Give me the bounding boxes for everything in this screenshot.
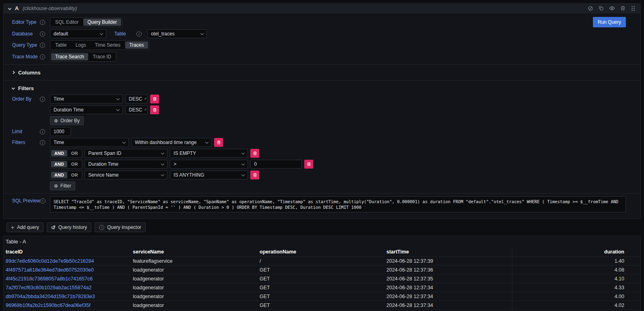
delete-query-trash-icon[interactable] [620, 6, 625, 11]
toggle-visibility-eye-icon[interactable] [609, 5, 615, 11]
column-header-servicename[interactable]: serviceName [131, 247, 258, 256]
column-header-operationname[interactable]: operationName [258, 247, 384, 256]
column-header-starttime[interactable]: startTime [384, 247, 512, 256]
editor-type-option-query-builder[interactable]: Query Builder [83, 19, 121, 26]
query-type-option-table[interactable]: Table [51, 41, 71, 49]
query-type-label: Query Type [12, 42, 37, 48]
and-or-toggle: AND OR [50, 160, 82, 169]
trace-mode-option-trace-search[interactable]: Trace Search [51, 53, 88, 60]
query-type-option-traces[interactable]: Traces [125, 41, 148, 49]
table-row: 4f497571a618e364ed7ded60752030e0 loadgen… [4, 266, 640, 274]
service-name-cell: loadgenerator [131, 266, 258, 274]
trace-id-link[interactable]: 4f497571a618e364ed7ded60752030e0 [4, 266, 131, 274]
drag-handle-icon[interactable] [631, 6, 636, 11]
query-row-header[interactable]: A (clickhouse-observability) [4, 4, 640, 13]
column-header-duration[interactable]: duration [512, 247, 640, 256]
order-by-field-select[interactable]: Duration Time [50, 105, 123, 114]
duration-cell: 4.08 [512, 266, 640, 274]
query-type-toggle: Table Logs Time Series Traces [50, 40, 149, 50]
info-icon[interactable] [40, 20, 45, 25]
section-divider [4, 193, 640, 194]
info-icon[interactable] [40, 54, 45, 60]
chevron-down-icon [100, 31, 103, 35]
columns-section-toggle[interactable]: Columns [12, 68, 635, 77]
delete-filter-button[interactable] [304, 160, 313, 169]
add-filter-row: Filter [12, 181, 635, 190]
duplicate-query-icon[interactable] [599, 6, 604, 11]
trace-id-link[interactable]: 96968b10fa2b2c1590bc67dea06ef35f [4, 301, 131, 309]
and-option[interactable]: AND [51, 161, 67, 167]
delete-order-by-button[interactable] [150, 95, 159, 103]
filter-value-input[interactable] [250, 160, 302, 169]
trace-mode-option-trace-id[interactable]: Trace ID [89, 53, 116, 60]
section-divider [4, 80, 640, 80]
delete-filter-button[interactable] [250, 171, 259, 179]
info-icon[interactable] [136, 31, 142, 37]
and-option[interactable]: AND [51, 172, 67, 178]
info-icon[interactable] [40, 129, 45, 134]
disable-query-icon[interactable] [588, 6, 593, 11]
filters-section-toggle[interactable]: Filters [12, 83, 635, 93]
operation-name-cell: GET [258, 266, 384, 274]
query-history-button[interactable]: Query history [47, 222, 91, 232]
duration-cell: 4.02 [512, 301, 640, 309]
delete-filter-button[interactable] [250, 149, 259, 158]
run-query-button[interactable]: Run Query [593, 17, 626, 27]
info-icon[interactable] [40, 43, 45, 48]
table-row: 4f45c21918c73698057a8b1c741657c6 loadgen… [4, 274, 640, 283]
filter-operator-select[interactable]: IS ANYTHING [170, 171, 248, 179]
info-icon[interactable] [40, 140, 45, 145]
query-header-actions [588, 5, 636, 11]
chevron-down-icon [205, 140, 208, 143]
and-option[interactable]: AND [51, 150, 67, 157]
filter-field-select[interactable]: Duration Time [85, 160, 167, 169]
delete-filter-button[interactable] [214, 138, 223, 147]
filter-condition-row: AND OR Parent Span ID IS EMPTY [12, 149, 635, 158]
info-icon[interactable] [40, 31, 45, 37]
trace-id-link[interactable]: 4f45c21918c73698057a8b1c741657c6 [4, 274, 131, 283]
or-option[interactable]: OR [68, 172, 81, 178]
trace-id-link[interactable]: 7a2f07ecf63c60b1029ab2ac155874a2 [4, 283, 131, 292]
delete-order-by-button[interactable] [150, 105, 159, 114]
order-by-direction-select[interactable]: DESC [125, 95, 148, 103]
query-type-row: Query Type Table Logs Time Series Traces [12, 40, 635, 50]
database-select[interactable]: default [50, 29, 106, 38]
service-name-cell: loadgenerator [131, 292, 258, 301]
add-filter-button[interactable]: Filter [50, 181, 75, 190]
panel-title[interactable]: Table - A [4, 236, 640, 247]
filter-field-select[interactable]: Time [50, 138, 129, 147]
info-icon[interactable] [40, 198, 45, 204]
query-editor-body: Editor Type SQL Editor Query Builder Run… [4, 13, 640, 218]
chevron-down-icon [200, 31, 204, 35]
order-by-direction-select[interactable]: DESC [125, 105, 148, 114]
order-by-field-select[interactable]: Time [50, 95, 123, 103]
duration-cell: 4.10 [512, 274, 640, 283]
collapse-chevron-down-icon[interactable] [8, 6, 11, 10]
filter-operator-select[interactable]: IS EMPTY [170, 149, 248, 158]
table-header-row: traceID serviceName operationName startT… [4, 247, 640, 257]
table-select[interactable]: otel_traces [147, 29, 207, 38]
query-type-option-time-series[interactable]: Time Series [91, 41, 125, 49]
filter-field-select[interactable]: Service Name [85, 171, 167, 179]
section-divider [4, 64, 640, 65]
or-option[interactable]: OR [68, 150, 81, 157]
or-option[interactable]: OR [68, 161, 81, 167]
limit-input[interactable] [50, 127, 71, 136]
editor-type-option-sql-editor[interactable]: SQL Editor [51, 19, 83, 26]
table-body: 89dc7e8c6060c0d12de7e9b50c216284 feature… [4, 257, 640, 311]
info-icon[interactable] [40, 97, 45, 102]
trace-id-link[interactable]: db9704a2bbda34204d159c71b78283e3 [4, 292, 131, 301]
add-query-button[interactable]: Add query [6, 222, 43, 232]
start-time-cell: 2024-06-28 12:37:39 [384, 257, 512, 265]
and-or-toggle: AND OR [50, 171, 82, 179]
editor-type-row: Editor Type SQL Editor Query Builder Run… [12, 17, 635, 27]
add-order-by-button[interactable]: Order By [50, 116, 84, 125]
filter-operator-select[interactable]: Within dashboard time range [131, 138, 212, 147]
operation-name-cell: GET [258, 274, 384, 283]
query-type-option-logs[interactable]: Logs [72, 41, 90, 49]
filter-field-select[interactable]: Parent Span ID [85, 149, 167, 158]
query-inspector-button[interactable]: Query inspector [95, 222, 146, 232]
trace-id-link[interactable]: 89dc7e8c6060c0d12de7e9b50c216284 [4, 257, 131, 265]
column-header-traceid[interactable]: traceID [4, 247, 131, 256]
filter-operator-select[interactable]: > [170, 160, 248, 169]
